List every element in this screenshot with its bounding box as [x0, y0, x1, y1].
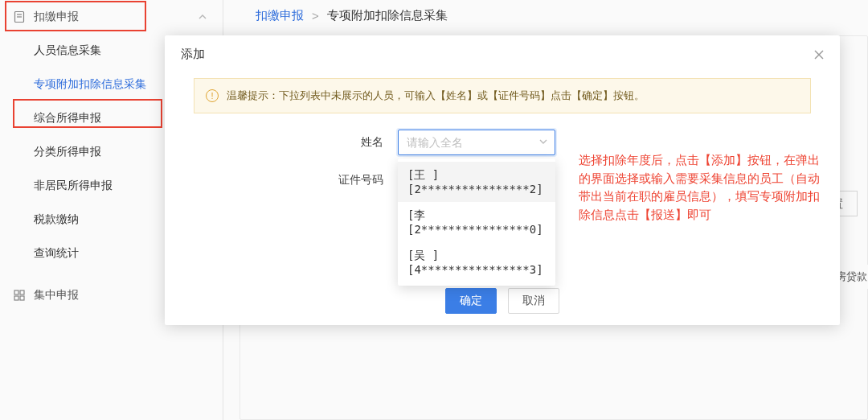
modal-form: 姓名 [王 ][2****************2] [李 [2*******…: [165, 130, 840, 187]
name-dropdown: [王 ][2****************2] [李 [2**********…: [398, 159, 555, 286]
ok-button[interactable]: 确定: [445, 288, 497, 314]
add-modal: 添加 ! 温馨提示：下拉列表中未展示的人员，可输入【姓名】或【证件号码】点击【确…: [165, 35, 840, 325]
info-icon: !: [206, 89, 219, 102]
dropdown-option[interactable]: [李 [2****************0]: [398, 202, 555, 242]
name-input[interactable]: [398, 130, 555, 155]
modal-overlay: 添加 ! 温馨提示：下拉列表中未展示的人员，可输入【姓名】或【证件号码】点击【确…: [0, 0, 868, 420]
tip-text: 温馨提示：下拉列表中未展示的人员，可输入【姓名】或【证件号码】点击【确定】按钮。: [227, 89, 645, 103]
dropdown-option[interactable]: [吴 ][4****************3]: [398, 242, 555, 282]
chevron-down-icon: [538, 136, 549, 147]
tip-box: ! 温馨提示：下拉列表中未展示的人员，可输入【姓名】或【证件号码】点击【确定】按…: [194, 78, 811, 113]
dropdown-option[interactable]: [王 ][2****************2]: [398, 162, 555, 202]
name-label: 姓名: [197, 135, 398, 150]
id-label: 证件号码: [197, 173, 398, 187]
modal-title: 添加: [165, 35, 840, 73]
modal-actions: 确定 取消: [165, 288, 840, 314]
close-icon[interactable]: [809, 45, 829, 64]
cancel-button[interactable]: 取消: [508, 288, 559, 314]
name-select[interactable]: [王 ][2****************2] [李 [2**********…: [398, 130, 555, 155]
